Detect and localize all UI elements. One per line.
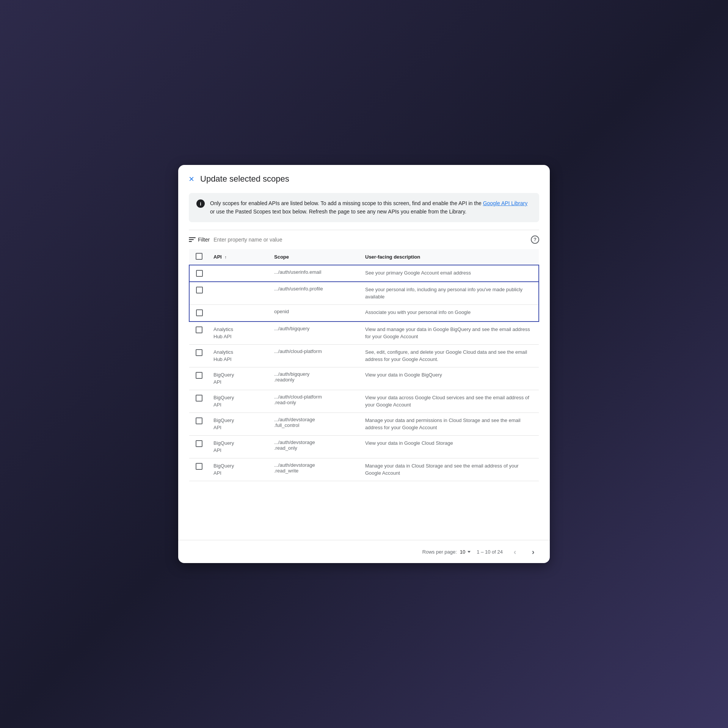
row-scope: .../auth/userinfo.profile [270, 282, 361, 304]
info-icon: i [196, 199, 205, 208]
close-button[interactable]: × [189, 174, 194, 184]
row-scope: .../auth/devstorage .read_write [270, 458, 361, 481]
rows-per-page-label: Rows per page: [422, 549, 457, 555]
table-row: Analytics Hub API.../auth/bigqueryView a… [189, 322, 539, 345]
dialog-title: Update selected scopes [200, 174, 289, 184]
row-checkbox-cell [189, 458, 209, 481]
row-scope: .../auth/userinfo.email [270, 265, 361, 282]
row-description: View your data across Google Cloud servi… [361, 390, 539, 413]
filter-row: Filter ? [178, 230, 550, 249]
row-checkbox[interactable] [196, 395, 202, 402]
row-api: BigQuery API [209, 413, 270, 435]
row-api [209, 282, 270, 304]
row-api: BigQuery API [209, 435, 270, 458]
row-api [209, 304, 270, 322]
dialog: × Update selected scopes i Only scopes f… [178, 165, 550, 563]
dialog-header: × Update selected scopes [178, 165, 550, 190]
page-info: 1 – 10 of 24 [477, 549, 503, 555]
header-checkbox[interactable] [196, 253, 202, 260]
table-row: .../auth/userinfo.profileSee your person… [189, 282, 539, 304]
th-api: API ↑ [209, 249, 270, 265]
th-checkbox [189, 249, 209, 265]
row-checkbox-cell [189, 435, 209, 458]
row-checkbox[interactable] [196, 326, 202, 333]
row-api: Analytics Hub API [209, 344, 270, 367]
table-row: BigQuery API.../auth/devstorage .read_wr… [189, 458, 539, 481]
chevron-right-icon [532, 548, 535, 556]
filter-input[interactable] [213, 237, 527, 243]
table-body: .../auth/userinfo.emailSee your primary … [189, 265, 539, 481]
row-checkbox-cell [189, 390, 209, 413]
filter-label: Filter [198, 237, 210, 243]
filter-line-2 [189, 239, 194, 240]
row-scope: .../auth/devstorage .read_only [270, 435, 361, 458]
rows-per-page: Rows per page: 10 [422, 549, 471, 555]
row-description: Associate you with your personal info on… [361, 304, 539, 322]
row-checkbox-cell [189, 413, 209, 435]
row-scope: .../auth/cloud-platform .read-only [270, 390, 361, 413]
row-checkbox[interactable] [196, 440, 202, 447]
row-api: BigQuery API [209, 458, 270, 481]
filter-line-1 [189, 237, 196, 238]
table-container: API ↑ Scope User-facing description .../… [178, 249, 550, 540]
row-checkbox-cell [189, 304, 209, 322]
next-page-button[interactable] [527, 546, 539, 558]
chevron-left-icon [514, 548, 516, 556]
row-checkbox[interactable] [196, 463, 202, 470]
filter-line-3 [189, 241, 192, 242]
row-checkbox[interactable] [196, 270, 203, 277]
th-scope: Scope [270, 249, 361, 265]
table-row: BigQuery API.../auth/cloud-platform .rea… [189, 390, 539, 413]
rows-per-page-chevron [468, 551, 471, 553]
row-api: BigQuery API [209, 367, 270, 390]
row-checkbox-cell [189, 282, 209, 304]
filter-lines-icon [189, 237, 196, 242]
row-api [209, 265, 270, 282]
rows-per-page-value: 10 [460, 549, 465, 555]
row-description: Manage your data and permissions in Clou… [361, 413, 539, 435]
row-scope: .../auth/devstorage .full_control [270, 413, 361, 435]
row-checkbox[interactable] [196, 417, 202, 424]
row-description: View your data in Google Cloud Storage [361, 435, 539, 458]
row-scope: .../auth/cloud-platform [270, 344, 361, 367]
row-description: See your personal info, including any pe… [361, 282, 539, 304]
row-checkbox[interactable] [196, 287, 203, 293]
row-description: View and manage your data in Google BigQ… [361, 322, 539, 345]
row-checkbox[interactable] [196, 309, 203, 316]
th-api-label: API [213, 254, 222, 260]
info-text: Only scopes for enabled APIs are listed … [210, 199, 532, 216]
table-row: Analytics Hub API.../auth/cloud-platform… [189, 344, 539, 367]
google-api-library-link[interactable]: Google API Library [483, 200, 528, 206]
row-checkbox-cell [189, 265, 209, 282]
row-scope: .../auth/bigquery [270, 322, 361, 345]
sort-icon[interactable]: ↑ [224, 255, 227, 259]
table-row: BigQuery API.../auth/devstorage .read_on… [189, 435, 539, 458]
table-row: BigQuery API.../auth/bigquery .readonlyV… [189, 367, 539, 390]
table-row: .../auth/userinfo.emailSee your primary … [189, 265, 539, 282]
table-row: BigQuery API.../auth/devstorage .full_co… [189, 413, 539, 435]
help-icon[interactable]: ? [531, 235, 539, 244]
filter-icon: Filter [189, 237, 210, 243]
row-description: See your primary Google Account email ad… [361, 265, 539, 282]
row-checkbox[interactable] [196, 349, 202, 356]
table-header-row: API ↑ Scope User-facing description [189, 249, 539, 265]
row-description: Manage your data in Cloud Storage and se… [361, 458, 539, 481]
row-api: BigQuery API [209, 390, 270, 413]
table-row: openidAssociate you with your personal i… [189, 304, 539, 322]
row-scope: openid [270, 304, 361, 322]
row-scope: .../auth/bigquery .readonly [270, 367, 361, 390]
info-text-before: Only scopes for enabled APIs are listed … [210, 200, 483, 206]
row-checkbox[interactable] [196, 372, 202, 379]
prev-page-button[interactable] [509, 546, 521, 558]
row-checkbox-cell [189, 322, 209, 345]
row-api: Analytics Hub API [209, 322, 270, 345]
info-banner: i Only scopes for enabled APIs are liste… [189, 193, 539, 222]
rows-per-page-select[interactable]: 10 [460, 549, 471, 555]
row-description: View your data in Google BigQuery [361, 367, 539, 390]
row-checkbox-cell [189, 344, 209, 367]
scopes-table: API ↑ Scope User-facing description .../… [189, 249, 539, 481]
row-checkbox-cell [189, 367, 209, 390]
th-description: User-facing description [361, 249, 539, 265]
footer: Rows per page: 10 1 – 10 of 24 [178, 540, 550, 563]
row-description: See, edit, configure, and delete your Go… [361, 344, 539, 367]
